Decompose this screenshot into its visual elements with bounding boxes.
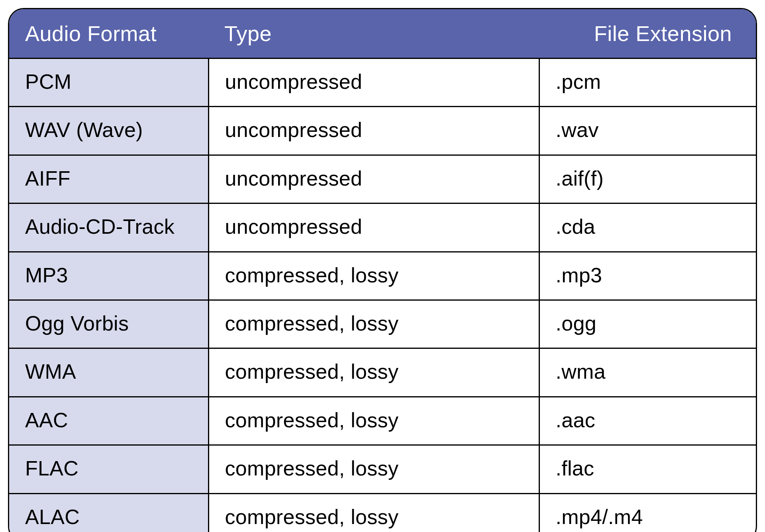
- cell-format: Ogg Vorbis: [9, 300, 208, 348]
- cell-ext: .flac: [539, 445, 756, 493]
- cell-type: compressed, lossy: [208, 252, 539, 300]
- col-header-format: Audio Format: [9, 9, 208, 59]
- cell-format: FLAC: [9, 445, 208, 493]
- cell-ext: .mp3: [539, 252, 756, 300]
- cell-format: AIFF: [9, 155, 208, 203]
- col-header-type: Type: [208, 9, 539, 59]
- cell-type: uncompressed: [208, 107, 539, 155]
- cell-ext: .wav: [539, 107, 756, 155]
- table-row: MP3 compressed, lossy .mp3: [9, 252, 756, 300]
- cell-type: compressed, lossy: [208, 397, 539, 445]
- cell-type: uncompressed: [208, 59, 539, 107]
- cell-type: compressed, lossy: [208, 300, 539, 348]
- table-header-row: Audio Format Type File Extension: [9, 9, 756, 59]
- cell-ext: .aac: [539, 397, 756, 445]
- cell-ext: .mp4/.m4: [539, 493, 756, 532]
- cell-ext: .aif(f): [539, 155, 756, 203]
- cell-format: AAC: [9, 397, 208, 445]
- cell-type: uncompressed: [208, 203, 539, 252]
- cell-format: MP3: [9, 252, 208, 300]
- cell-type: compressed, lossy: [208, 493, 539, 532]
- cell-ext: .pcm: [539, 59, 756, 107]
- cell-format: WAV (Wave): [9, 107, 208, 155]
- audio-formats-table: Audio Format Type File Extension PCM unc…: [8, 8, 757, 532]
- table-row: WMA compressed, lossy .wma: [9, 348, 756, 397]
- cell-ext: .wma: [539, 348, 756, 397]
- cell-ext: .ogg: [539, 300, 756, 348]
- table-row: ALAC compressed, lossy .mp4/.m4: [9, 493, 756, 532]
- cell-ext: .cda: [539, 203, 756, 252]
- table-row: AAC compressed, lossy .aac: [9, 397, 756, 445]
- cell-type: compressed, lossy: [208, 348, 539, 397]
- table-row: Ogg Vorbis compressed, lossy .ogg: [9, 300, 756, 348]
- table-row: Audio-CD-Track uncompressed .cda: [9, 203, 756, 252]
- table: Audio Format Type File Extension PCM unc…: [9, 9, 756, 532]
- table-row: WAV (Wave) uncompressed .wav: [9, 107, 756, 155]
- cell-format: WMA: [9, 348, 208, 397]
- cell-type: uncompressed: [208, 155, 539, 203]
- table-row: FLAC compressed, lossy .flac: [9, 445, 756, 493]
- col-header-ext: File Extension: [539, 9, 756, 59]
- cell-type: compressed, lossy: [208, 445, 539, 493]
- table-row: AIFF uncompressed .aif(f): [9, 155, 756, 203]
- cell-format: Audio-CD-Track: [9, 203, 208, 252]
- cell-format: PCM: [9, 59, 208, 107]
- table-row: PCM uncompressed .pcm: [9, 59, 756, 107]
- cell-format: ALAC: [9, 493, 208, 532]
